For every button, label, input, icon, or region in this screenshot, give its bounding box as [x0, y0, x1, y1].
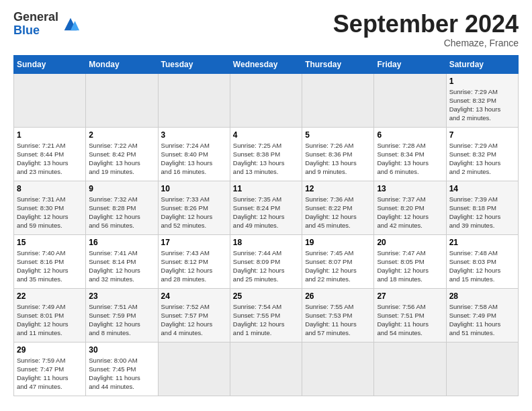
daylight-text: Daylight: 11 hours: [89, 373, 154, 382]
day-info: Sunrise: 7:44 AMSunset: 8:09 PMDaylight:…: [233, 248, 299, 284]
daylight-text: Daylight: 12 hours: [89, 212, 154, 221]
day-info: Sunrise: 7:39 AMSunset: 8:18 PMDaylight:…: [449, 195, 515, 230]
day-info: Sunrise: 7:29 AMSunset: 8:32 PMDaylight:…: [449, 87, 515, 123]
sunset-text: Sunset: 7:45 PM: [89, 365, 154, 373]
header: General Blue September 2024 Chemaze, Fra…: [13, 11, 519, 48]
sunset-text: Sunset: 8:30 PM: [17, 203, 83, 212]
calendar-cell: [374, 342, 446, 396]
day-info: Sunrise: 7:21 AMSunset: 8:44 PMDaylight:…: [17, 141, 83, 177]
daylight-text: Daylight: 12 hours: [377, 266, 443, 275]
sunset-text: Sunset: 8:03 PM: [449, 257, 515, 266]
calendar-cell: 17Sunrise: 7:43 AMSunset: 8:12 PMDayligh…: [158, 234, 230, 288]
calendar-cell: 20Sunrise: 7:47 AMSunset: 8:05 PMDayligh…: [374, 234, 446, 288]
week-row-2: 8Sunrise: 7:31 AMSunset: 8:30 PMDaylight…: [14, 181, 519, 234]
sunset-text: Sunset: 7:53 PM: [305, 311, 371, 320]
daylight-text: Daylight: 12 hours: [233, 320, 299, 328]
daylight-text: Daylight: 12 hours: [17, 212, 83, 221]
calendar-cell: 29Sunrise: 7:59 AMSunset: 7:47 PMDayligh…: [14, 342, 86, 396]
week-row-5: 29Sunrise: 7:59 AMSunset: 7:47 PMDayligh…: [14, 342, 519, 396]
sunrise-text: Sunrise: 7:55 AM: [305, 302, 371, 311]
sunrise-text: Sunrise: 7:26 AM: [305, 141, 371, 150]
daylight-text-cont: and 22 minutes.: [305, 275, 371, 283]
sunrise-text: Sunrise: 7:39 AM: [449, 195, 515, 203]
logo-general-text: General: [13, 11, 58, 24]
calendar-cell: 24Sunrise: 7:52 AMSunset: 7:57 PMDayligh…: [158, 288, 230, 342]
day-number: 14: [449, 184, 515, 193]
daylight-text-cont: and 25 minutes.: [233, 275, 299, 283]
calendar-cell: 12Sunrise: 7:36 AMSunset: 8:22 PMDayligh…: [302, 181, 374, 234]
daylight-text-cont: and 45 minutes.: [305, 221, 371, 230]
daylight-text-cont: and 13 minutes.: [233, 167, 299, 176]
calendar-cell: 11Sunrise: 7:35 AMSunset: 8:24 PMDayligh…: [230, 181, 302, 234]
daylight-text-cont: and 59 minutes.: [17, 221, 83, 230]
day-info: Sunrise: 7:37 AMSunset: 8:20 PMDaylight:…: [377, 195, 443, 230]
sunset-text: Sunset: 8:05 PM: [377, 257, 443, 266]
sunrise-text: Sunrise: 7:31 AM: [17, 195, 83, 203]
daylight-text-cont: and 32 minutes.: [89, 275, 154, 283]
day-number: 13: [377, 184, 443, 193]
sunrise-text: Sunrise: 7:51 AM: [89, 302, 154, 311]
daylight-text: Daylight: 13 hours: [449, 105, 515, 113]
calendar-cell: 25Sunrise: 7:54 AMSunset: 7:55 PMDayligh…: [230, 288, 302, 342]
sunset-text: Sunset: 8:26 PM: [161, 203, 227, 212]
daylight-text: Daylight: 12 hours: [161, 212, 227, 221]
daylight-text-cont: and 35 minutes.: [17, 275, 83, 283]
calendar-cell: 28Sunrise: 7:58 AMSunset: 7:49 PMDayligh…: [446, 288, 518, 342]
calendar-cell: [302, 342, 374, 396]
calendar-cell: [374, 73, 446, 127]
calendar-cell: [158, 73, 230, 127]
day-number: 6: [377, 130, 443, 140]
daylight-text: Daylight: 12 hours: [89, 266, 154, 275]
day-number: 15: [17, 238, 83, 247]
day-info: Sunrise: 7:48 AMSunset: 8:03 PMDaylight:…: [449, 248, 515, 284]
sunset-text: Sunset: 8:38 PM: [233, 150, 299, 158]
daylight-text-cont: and 52 minutes.: [161, 221, 227, 230]
calendar-cell: [230, 73, 302, 127]
calendar-cell: 21Sunrise: 7:48 AMSunset: 8:03 PMDayligh…: [446, 234, 518, 288]
sunset-text: Sunset: 7:49 PM: [449, 311, 515, 320]
header-sunday: Sunday: [14, 55, 86, 73]
day-number: 1: [449, 77, 515, 86]
calendar-cell: 27Sunrise: 7:56 AMSunset: 7:51 PMDayligh…: [374, 288, 446, 342]
daylight-text-cont: and 2 minutes.: [449, 167, 515, 176]
day-info: Sunrise: 7:41 AMSunset: 8:14 PMDaylight:…: [89, 248, 154, 284]
daylight-text: Daylight: 11 hours: [17, 373, 83, 382]
month-title: September 2024: [333, 11, 519, 38]
calendar-body: 1Sunrise: 7:29 AMSunset: 8:32 PMDaylight…: [14, 73, 519, 396]
calendar-cell: 10Sunrise: 7:33 AMSunset: 8:26 PMDayligh…: [158, 181, 230, 234]
location-title: Chemaze, France: [333, 38, 519, 48]
daylight-text: Daylight: 12 hours: [161, 320, 227, 328]
sunset-text: Sunset: 8:44 PM: [17, 150, 83, 158]
calendar-cell: 1Sunrise: 7:21 AMSunset: 8:44 PMDaylight…: [14, 127, 86, 181]
sunset-text: Sunset: 8:20 PM: [377, 203, 443, 212]
day-number: 22: [17, 291, 83, 301]
day-info: Sunrise: 7:56 AMSunset: 7:51 PMDaylight:…: [377, 302, 443, 338]
sunrise-text: Sunrise: 7:22 AM: [89, 141, 154, 150]
sunrise-text: Sunrise: 7:37 AM: [377, 195, 443, 203]
calendar-cell: 9Sunrise: 7:32 AMSunset: 8:28 PMDaylight…: [86, 181, 158, 234]
calendar-cell: [446, 342, 518, 396]
sunrise-text: Sunrise: 7:28 AM: [377, 141, 443, 150]
day-info: Sunrise: 7:49 AMSunset: 8:01 PMDaylight:…: [17, 302, 83, 338]
daylight-text-cont: and 2 minutes.: [449, 113, 515, 122]
day-info: Sunrise: 7:29 AMSunset: 8:32 PMDaylight:…: [449, 141, 515, 177]
page: General Blue September 2024 Chemaze, Fra…: [0, 0, 532, 411]
daylight-text: Daylight: 11 hours: [449, 320, 515, 328]
day-number: 16: [89, 238, 154, 247]
daylight-text: Daylight: 12 hours: [89, 320, 154, 328]
calendar-cell: [158, 342, 230, 396]
day-number: 30: [89, 345, 154, 355]
calendar-cell: 1Sunrise: 7:29 AMSunset: 8:32 PMDaylight…: [446, 73, 518, 127]
calendar-cell: 15Sunrise: 7:40 AMSunset: 8:16 PMDayligh…: [14, 234, 86, 288]
daylight-text: Daylight: 13 hours: [305, 158, 371, 167]
calendar-cell: 2Sunrise: 7:22 AMSunset: 8:42 PMDaylight…: [86, 127, 158, 181]
day-info: Sunrise: 7:28 AMSunset: 8:34 PMDaylight:…: [377, 141, 443, 177]
sunset-text: Sunset: 8:12 PM: [161, 257, 227, 266]
header-thursday: Thursday: [302, 55, 374, 73]
sunset-text: Sunset: 8:09 PM: [233, 257, 299, 266]
calendar-table: SundayMondayTuesdayWednesdayThursdayFrid…: [13, 55, 519, 396]
sunset-text: Sunset: 8:28 PM: [89, 203, 154, 212]
calendar-cell: 7Sunrise: 7:29 AMSunset: 8:32 PMDaylight…: [446, 127, 518, 181]
sunset-text: Sunset: 7:59 PM: [89, 311, 154, 320]
day-number: 12: [305, 184, 371, 193]
